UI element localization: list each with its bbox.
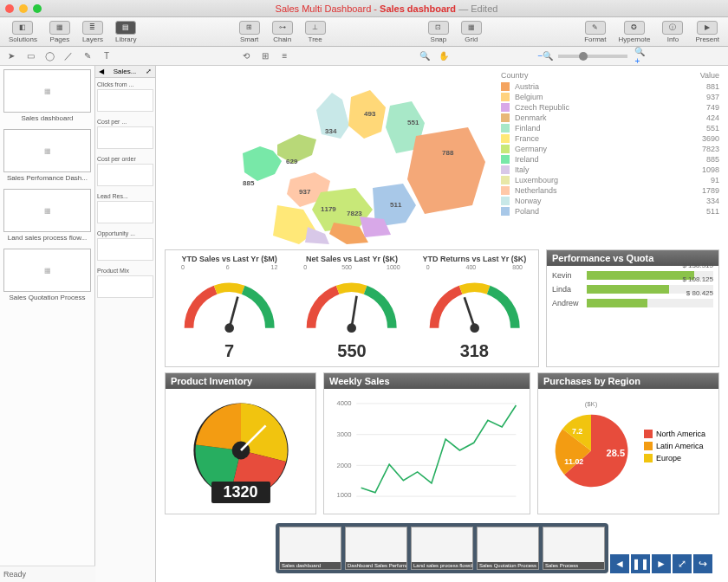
window-controls (5, 4, 42, 13)
gauge-title: YTD Returns vs Last Yr ($K) (416, 255, 533, 264)
europe-map[interactable]: 33449355162978888593711797823511 (165, 71, 494, 244)
zoom-plus-icon[interactable]: 🔍+ (634, 50, 647, 62)
toolbar-pages[interactable]: ▦Pages (44, 21, 75, 43)
page-thumb-label: Sales Perfomance Dash... (3, 172, 91, 184)
filmstrip-expand-button[interactable]: ⤢ (673, 554, 692, 573)
svg-text:7.2: 7.2 (572, 427, 582, 436)
performance-name: Andrew (552, 299, 587, 307)
format-icon: ✎ (585, 21, 606, 35)
page-thumb-2[interactable]: ▦ Land sales process flow... (3, 189, 91, 243)
weekly-sales-panel: Weekly Sales 4000 3000 2000 1000 (323, 372, 530, 514)
purchases-legend-row: Latin America (644, 440, 705, 452)
library-section-4[interactable]: Opportunity ... (95, 227, 155, 264)
legend-country: Czech Republic (515, 103, 706, 112)
library-section-3[interactable]: Lead Res... (95, 190, 155, 227)
page-filmstrip: Sales dashboard Dashboard Sales Perfoman… (276, 523, 608, 573)
rotate-icon[interactable]: ⟲ (240, 50, 252, 62)
toolbar-tree[interactable]: ⊥Tree (300, 21, 331, 43)
page-thumb-3[interactable]: ▦ Sales Quotation Process (3, 249, 91, 303)
library-section-1[interactable]: Cost per ... (95, 115, 155, 152)
toolbar-snap[interactable]: ⊡Snap (423, 21, 454, 43)
filmstrip-thumb-3[interactable]: Sales Quotation Process (477, 527, 539, 570)
svg-text:2000: 2000 (337, 461, 352, 469)
legend-row: Austria 881 (501, 81, 719, 92)
purchases-legend-row: Europe (644, 452, 705, 464)
toolbar-solutions[interactable]: ◧Solutions (3, 21, 42, 43)
zoom-out-icon[interactable]: 🔍 (419, 50, 431, 62)
library-section-2[interactable]: Cost per order (95, 152, 155, 190)
toolbar-smart[interactable]: ⊞Smart (234, 21, 265, 43)
legend-value: 511 (706, 207, 719, 216)
hand-icon[interactable]: ✋ (438, 50, 450, 62)
maximize-icon[interactable] (33, 4, 42, 13)
expand-icon[interactable]: ⤢ (146, 68, 152, 75)
legend-swatch (501, 207, 510, 216)
toolbar-chain[interactable]: ⊶Chain (267, 21, 298, 43)
toolbar-grid[interactable]: ▦Grid (456, 21, 487, 43)
toolbar-hypernote[interactable]: ✪Hypernote (613, 21, 655, 43)
filmstrip-thumb-4[interactable]: Sales Process (543, 527, 605, 570)
map-legend: CountryValue Austria 881 Belgium 937 Cze… (501, 71, 719, 244)
page-thumb-0[interactable]: ▦ Sales dashboard (3, 69, 91, 124)
library-section-title: Cost per ... (97, 117, 153, 126)
legend-swatch (644, 430, 653, 438)
ellipse-icon[interactable]: ◯ (43, 50, 55, 62)
legend-value: 91 (711, 176, 719, 184)
map-value-label: 1179 (321, 205, 336, 213)
page-thumb-label: Land sales process flow... (3, 232, 91, 243)
pointer-icon[interactable]: ➤ (5, 50, 17, 62)
map-value-label: 629 (286, 158, 297, 165)
toolbar-format[interactable]: ✎Format (579, 21, 611, 43)
filmstrip-thumb-2[interactable]: Land sales process flowchart (411, 527, 473, 570)
svg-point-5 (470, 323, 479, 333)
text-icon[interactable]: T (101, 50, 113, 62)
minimize-icon[interactable] (19, 4, 28, 13)
legend-row: Belgium 937 (501, 92, 719, 102)
legend-swatch (501, 186, 510, 195)
smart-icon: ⊞ (239, 21, 260, 35)
legend-row: Luxembourg 91 (501, 175, 719, 185)
toolbar-info[interactable]: ⓘInfo (657, 21, 688, 43)
gauge-value: 550 (293, 341, 410, 361)
performance-panel: Performance vs Quota Kevin $ 138.515 Lin… (546, 249, 719, 367)
pages-icon: ▦ (49, 21, 70, 35)
library-section-0[interactable]: Clicks from ... (95, 78, 155, 115)
legend-row: Netherlands 1789 (501, 185, 719, 196)
page-thumb-1[interactable]: ▦ Sales Perfomance Dash... (3, 129, 91, 184)
legend-row: Ireland 885 (501, 154, 719, 165)
zoom-slider[interactable] (558, 55, 627, 58)
close-icon[interactable] (5, 4, 14, 13)
performance-amount: $ 80.425 (686, 289, 713, 297)
legend-value: 1789 (702, 186, 719, 195)
toolbar-present[interactable]: ▶Present (690, 21, 725, 43)
rect-icon[interactable]: ▭ (24, 50, 36, 62)
filmstrip-next-button[interactable]: ► (652, 554, 671, 573)
group-icon[interactable]: ⊞ (259, 50, 271, 62)
toolbar-library[interactable]: ▤Library (110, 21, 141, 43)
page-thumb-image: ▦ (3, 69, 91, 113)
filmstrip-prev-button[interactable]: ◄ (610, 554, 629, 573)
line-icon[interactable]: ／ (62, 50, 75, 62)
legend-label: North America (656, 430, 705, 438)
filmstrip-image (543, 527, 604, 562)
filmstrip-thumb-0[interactable]: Sales dashboard (279, 527, 341, 570)
legend-swatch (501, 113, 510, 122)
gauge-0: YTD Sales vs Last Yr ($M) 0612 7 (171, 255, 288, 361)
library-section-title: Lead Res... (97, 191, 153, 201)
main-toolbar: ◧Solutions ▦Pages ≣Layers ▤Library ⊞Smar… (0, 17, 728, 47)
library-section-5[interactable]: Product Mix (95, 264, 155, 301)
pen-icon[interactable]: ✎ (81, 50, 94, 62)
toolbar-layers[interactable]: ≣Layers (77, 21, 108, 43)
legend-country: Finland (515, 124, 706, 133)
page-thumb-image: ▦ (3, 129, 91, 172)
library-header[interactable]: ◀Sales...⤢ (95, 66, 155, 78)
filmstrip-thumb-1[interactable]: Dashboard Sales Perfomance (345, 527, 407, 570)
gauge-dial (293, 270, 410, 340)
filmstrip-pause-button[interactable]: ❚❚ (631, 554, 650, 573)
legend-country: France (515, 134, 702, 143)
filmstrip-exit-button[interactable]: ↪ (693, 554, 712, 573)
dashboard-canvas[interactable]: 33449355162978888593711797823511 Country… (156, 66, 728, 582)
align-icon[interactable]: ≡ (278, 50, 290, 62)
zoom-minus-icon[interactable]: −🔍 (539, 50, 551, 62)
title-doc: Sales dashboard (380, 3, 456, 14)
